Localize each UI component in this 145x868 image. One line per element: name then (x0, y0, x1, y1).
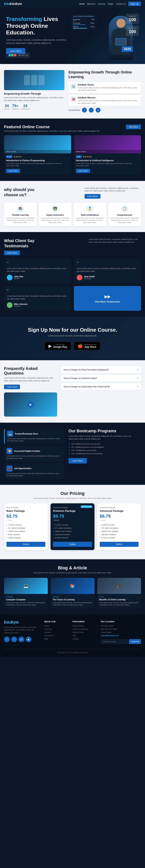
test-text-2: Lorem ipsum dolor sit amet, consectetur … (77, 267, 138, 273)
course-btn-1[interactable]: Learn More (6, 169, 20, 173)
social-twitter[interactable]: t (89, 108, 94, 113)
why-card-title-2: Expert Instructors (40, 214, 70, 216)
learn-pct-3: 67% (91, 26, 94, 28)
footer-brand: EduByte Lorem ipsum dolor sit amet, cons… (4, 620, 40, 644)
nav-signup-button[interactable]: Sign Up (128, 2, 141, 6)
why-top: why should you choose us? Lorem ipsum do… (4, 187, 141, 198)
empowering-section: Empowering Growth Through Lorem ipsum do… (0, 64, 145, 119)
emp-stat-lbl-2: Students (12, 108, 19, 110)
blog-card-1: 💻 Computer Computer Computer Lorem ipsum… (4, 578, 48, 608)
bootcamp-right: Our Bootcamp Programs Lorem ipsum dolor … (68, 429, 141, 479)
course-title-1: Introduction to Python Programming (6, 159, 69, 162)
premium-price: $9.75 (53, 514, 92, 519)
footer-location-title: Our Location (101, 620, 141, 623)
blog-subtitle: Lorem ipsum dolor sit amet, consectetur … (4, 572, 141, 574)
emp-left-desc: Lorem ipsum dolor sit amet, consectetur … (4, 96, 64, 102)
view-more-testimonials-card[interactable]: ▶▶ View More Testimonials (74, 286, 141, 311)
basic-period: / month (6, 519, 45, 521)
nav-about[interactable]: About Us (87, 3, 95, 5)
emp-card-2: 🎯 EduByte Mission Lorem ipsum dolor sit … (68, 95, 141, 106)
subscribe-input[interactable] (101, 639, 128, 644)
advanced-feature-1: ●2 Admin account (100, 523, 139, 526)
footer-info-refund[interactable]: Refund Policy (72, 631, 97, 634)
faq-item-1[interactable]: How to Change my Photo from Admin Dashbo… (61, 366, 141, 373)
footer-info-faq[interactable]: FAQ (72, 634, 97, 637)
bootcamp-desc: Lorem ipsum dolor sit amet, consectetur … (68, 435, 141, 440)
blog-section: Blog & Article Lorem ipsum dolor sit ame… (0, 559, 145, 614)
faq-item-2[interactable]: How to Change my Password easily? + (61, 375, 141, 381)
play-button[interactable]: ▶ (27, 401, 34, 408)
footer-info-terms[interactable]: Terms & Conditions (72, 627, 97, 631)
footer-info-privacy[interactable]: Privacy Policy (72, 624, 97, 627)
footer-quick-links-title: Quick Link (44, 620, 68, 623)
footer-twitter-icon[interactable]: t (11, 637, 17, 642)
bootcamp-layout: 💻 Trusted Bootcamp Since Lorem ipsum dol… (4, 429, 141, 479)
premium-feature-4: ●Advanced analytics (53, 533, 92, 536)
emp-stat-lbl-3: certifications (21, 108, 30, 110)
test-author-3: Mike Johnson Designer (7, 302, 68, 308)
course-badge-1: $ 101 (6, 155, 12, 158)
testimonials-cta-button[interactable]: Learn More (4, 251, 20, 255)
emp-stat-2: 75+ Students (12, 104, 19, 110)
footer-instagram-icon[interactable]: in (19, 637, 24, 642)
google-play-small: GET IT ON (53, 344, 67, 346)
footer-link-blog[interactable]: Blog (44, 637, 68, 640)
quote-icon-3: " (7, 289, 68, 293)
test-name-2: Jane Smith (84, 276, 95, 278)
footer-info-support[interactable]: Support (72, 637, 97, 640)
emp-right: Empowering Growth Through Online Learnin… (68, 70, 141, 113)
emp-card-icon-1: 🏢 (70, 84, 76, 89)
footer-youtube-icon[interactable]: ▶ (26, 637, 31, 642)
footer-desc: Lorem ipsum dolor sit amet, consectetur … (4, 626, 40, 634)
blog-post-title-1: Computer Computer (6, 598, 46, 601)
pricing-cards-grid: Basic Package Basic Package $3.75 / mont… (4, 503, 141, 550)
google-play-label: Google Play (53, 346, 67, 348)
courses-view-more-button[interactable]: View More (126, 125, 141, 129)
learn-row-1: Beginner 9% (73, 19, 94, 21)
why-card-desc-2: Lorem ipsum dolor sit amet, consectetur … (40, 217, 70, 224)
footer-loc-email[interactable]: support@edubyte.com (101, 634, 141, 637)
emp-card-desc-1: Lorem ipsum dolor sit amet, consectetur … (78, 87, 139, 92)
bootcamp-card-title-3: Job Opportunities (14, 467, 31, 469)
footer-link-home[interactable]: Home (44, 624, 68, 627)
app-store-icon: 🍎 (78, 344, 83, 348)
faq-item-3[interactable]: How to Change my Subscription Plan Using… (61, 383, 141, 390)
premium-plan-button[interactable]: Outline (53, 542, 92, 547)
faq-cta-button[interactable]: Learn More (4, 384, 20, 389)
blog-post-desc-3: Lorem ipsum dolor sit amet, consectetur … (99, 601, 139, 606)
footer-link-courses[interactable]: Courses (44, 631, 68, 634)
app-store-button[interactable]: 🍎 Download on the App Store (74, 342, 100, 350)
boot-icon-2: 🎨 (6, 448, 12, 454)
nav-links: Home About Us Courses Pages Contact Us S… (79, 2, 141, 6)
course-btn-2[interactable]: Learn More (76, 169, 90, 173)
advanced-plan-button[interactable]: Outline (100, 542, 139, 547)
blog-post-desc-1: Lorem ipsum dolor sit amet, consectetur … (6, 601, 46, 606)
nav-contact[interactable]: Contact Us (116, 3, 126, 5)
footer-link-contact[interactable]: Contact Us (44, 634, 68, 637)
faq-layout: Frequently Asked Questions Lorem ipsum d… (4, 366, 141, 416)
basic-plan-button[interactable]: Outline (6, 542, 45, 547)
why-desc: Lorem ipsum dolor sit amet, consectetur … (85, 187, 141, 192)
why-section: why should you choose us? Lorem ipsum do… (0, 181, 145, 232)
why-card-3: 🏅 Valid Certifications Lorem ipsum dolor… (74, 203, 106, 226)
bootcamp-section: 💻 Trusted Bootcamp Since Lorem ipsum dol… (0, 423, 145, 485)
nav-pages[interactable]: Pages (108, 3, 113, 5)
social-facebook[interactable]: f (82, 108, 87, 113)
bootcamp-card-2: 🎨 Successful Digital Creation Lorem ipsu… (4, 446, 64, 461)
blog-tag-3: Online (99, 596, 139, 598)
bootcamp-left: 💻 Trusted Bootcamp Since Lorem ipsum dol… (4, 429, 64, 479)
nav-home[interactable]: Home (79, 3, 85, 5)
bootcamp-list-item-4: ✓100+ certified grow from our top design (68, 452, 141, 455)
course-card-1: Online Course $ 101 ★★★★☆ Introduction t… (4, 135, 71, 175)
bootcamp-cta-button[interactable]: Learn More (68, 458, 87, 463)
basic-price: $3.75 (6, 514, 45, 519)
pricing-subtitle: Lorem ipsum dolor sit amet, consectetur … (4, 497, 141, 499)
why-learn-more-button[interactable]: Learn More (85, 194, 100, 198)
social-instagram[interactable]: in (96, 108, 100, 113)
subscribe-button[interactable]: Subscribe (129, 639, 141, 644)
footer-link-about[interactable]: About Us (44, 627, 68, 631)
nav-courses[interactable]: Courses (98, 3, 105, 5)
footer-facebook-icon[interactable]: f (4, 637, 10, 642)
google-play-button[interactable]: ▶ GET IT ON Google Play (45, 342, 71, 350)
blog-card-3: 🎓 Online Benefits of Online Learning Lor… (97, 578, 141, 608)
